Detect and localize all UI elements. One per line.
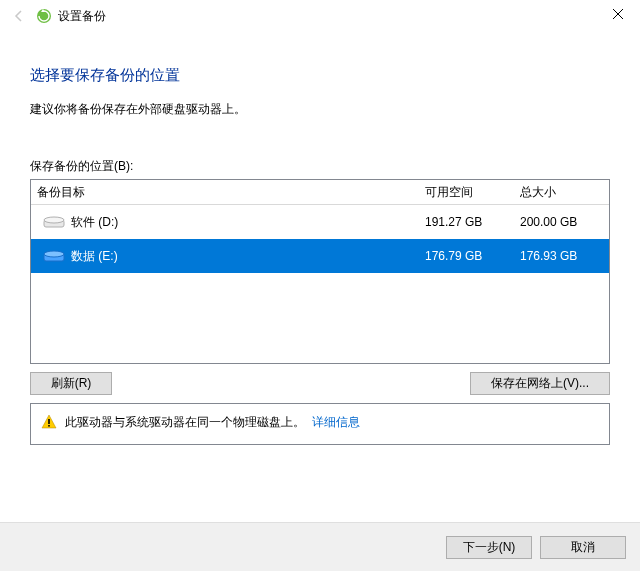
close-button[interactable]	[595, 0, 640, 28]
page-heading: 选择要保存备份的位置	[30, 66, 610, 85]
next-button[interactable]: 下一步(N)	[446, 536, 532, 559]
drive-name: 软件 (D:)	[71, 214, 118, 231]
svg-rect-6	[48, 425, 50, 427]
svg-rect-5	[48, 419, 50, 424]
title-bar: 设置备份	[0, 0, 640, 32]
drive-free: 191.27 GB	[419, 215, 514, 229]
svg-point-4	[44, 251, 64, 257]
list-buttons: 刷新(R) 保存在网络上(V)...	[30, 372, 610, 395]
recommendation-text: 建议你将备份保存在外部硬盘驱动器上。	[30, 101, 610, 118]
drive-list[interactable]: 备份目标 可用空间 总大小 软件 (D:) 191.27 GB 200.00 G…	[30, 179, 610, 364]
refresh-button[interactable]: 刷新(R)	[30, 372, 112, 395]
window-title: 设置备份	[58, 8, 106, 25]
list-header: 备份目标 可用空间 总大小	[31, 180, 609, 205]
warning-box: 此驱动器与系统驱动器在同一个物理磁盘上。 详细信息	[30, 403, 610, 445]
cancel-button[interactable]: 取消	[540, 536, 626, 559]
drive-row[interactable]: 数据 (E:) 176.79 GB 176.93 GB	[31, 239, 609, 273]
warning-icon	[41, 414, 57, 430]
drive-row[interactable]: 软件 (D:) 191.27 GB 200.00 GB	[31, 205, 609, 239]
details-link[interactable]: 详细信息	[312, 415, 360, 429]
col-header-total[interactable]: 总大小	[514, 184, 609, 201]
warning-text: 此驱动器与系统驱动器在同一个物理磁盘上。 详细信息	[65, 414, 360, 431]
backup-setup-dialog: 设置备份 选择要保存备份的位置 建议你将备份保存在外部硬盘驱动器上。 保存备份的…	[0, 0, 640, 571]
list-label: 保存备份的位置(B):	[30, 158, 610, 175]
save-network-button[interactable]: 保存在网络上(V)...	[470, 372, 610, 395]
svg-point-2	[44, 217, 64, 223]
content-area: 选择要保存备份的位置 建议你将备份保存在外部硬盘驱动器上。 保存备份的位置(B)…	[0, 32, 640, 445]
col-header-free[interactable]: 可用空间	[419, 184, 514, 201]
back-button[interactable]	[8, 5, 30, 27]
drive-total: 200.00 GB	[514, 215, 609, 229]
app-icon	[36, 8, 52, 24]
col-header-target[interactable]: 备份目标	[31, 184, 419, 201]
drive-name: 数据 (E:)	[71, 248, 118, 265]
dialog-footer: 下一步(N) 取消	[0, 522, 640, 571]
drive-icon	[37, 214, 71, 230]
drive-total: 176.93 GB	[514, 249, 609, 263]
drive-free: 176.79 GB	[419, 249, 514, 263]
drive-icon	[37, 248, 71, 264]
